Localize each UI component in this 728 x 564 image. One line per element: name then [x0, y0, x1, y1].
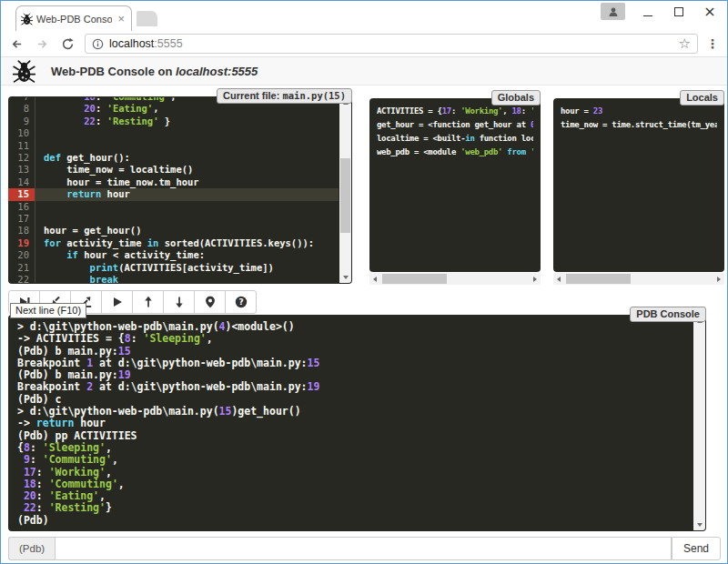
maximize-icon	[674, 7, 683, 16]
line-number[interactable]: 11	[8, 140, 35, 152]
line-number[interactable]: 22	[8, 274, 35, 283]
line-number[interactable]: 17	[8, 213, 35, 225]
locals-scrollbar-thumb[interactable]	[566, 274, 631, 284]
url-box[interactable]: localhost:5555 ☆	[85, 34, 698, 54]
globals-horizontal-scrollbar[interactable]	[369, 273, 541, 285]
scroll-right-arrow-icon[interactable]	[530, 273, 541, 285]
line-number[interactable]: 20	[8, 249, 35, 261]
line-number[interactable]: 16	[8, 201, 35, 213]
console-line: > d:\git\python-web-pdb\main.py(15)get_h…	[17, 406, 683, 418]
current-file-panel: Current file: main.py(15) 7 18: 'Commuti…	[8, 96, 352, 284]
line-number[interactable]: 14	[8, 176, 35, 188]
code-line: 9 22: 'Resting' }	[8, 116, 339, 127]
tab-title: Web-PDB Console on lo	[36, 14, 112, 25]
code-line: 10	[8, 127, 339, 139]
stack-down-button[interactable]	[163, 290, 195, 314]
console-line: 9: 'Commuting',	[17, 454, 683, 466]
globals-variable: ACTIVITIES = {17: 'Working', 18: '	[377, 105, 533, 118]
scroll-down-arrow-icon[interactable]	[339, 272, 351, 283]
globals-variable: localtime = <built-in function loca	[377, 132, 533, 146]
refresh-button[interactable]	[57, 35, 77, 53]
console-line: (Pdb) b main.py:19	[17, 369, 683, 381]
help-icon: ?	[235, 296, 248, 308]
help-button[interactable]: ?	[225, 290, 257, 314]
page-title-prefix: Web-PDB Console on	[51, 65, 176, 78]
url-host: localhost	[109, 37, 154, 50]
command-input[interactable]	[55, 537, 672, 560]
line-number[interactable]: 21	[8, 262, 35, 274]
bookmark-star-icon[interactable]: ☆	[679, 37, 691, 51]
page-info-icon[interactable]	[92, 38, 104, 50]
code-editor: 7 18: 'Commuting',8 20: 'Eating',9 22: '…	[8, 97, 339, 283]
code-line: 15 return hour	[8, 188, 339, 200]
continue-button[interactable]	[101, 290, 133, 314]
console-line: 17: 'Working',	[17, 467, 683, 478]
window-maximize-button[interactable]	[669, 3, 689, 21]
code-line: 20 if hour < activity_time:	[8, 249, 339, 261]
tab-close-icon[interactable]: ×	[116, 13, 126, 25]
line-number[interactable]: 8	[8, 103, 35, 115]
profile-button[interactable]	[601, 3, 625, 20]
stack-up-button[interactable]	[132, 290, 164, 314]
continue-icon	[111, 296, 124, 308]
close-icon: ×	[703, 5, 715, 19]
line-number[interactable]: 19	[8, 237, 35, 249]
stack-down-icon	[173, 296, 186, 308]
svg-text:?: ?	[238, 297, 243, 307]
window-close-button[interactable]: ×	[700, 3, 720, 21]
browser-address-bar: localhost:5555 ☆ ⋮	[1, 31, 727, 57]
console-line: 22: 'Resting'}	[17, 502, 683, 514]
forward-button[interactable]	[32, 35, 52, 53]
back-button[interactable]	[6, 35, 26, 53]
code-vertical-scrollbar[interactable]	[339, 97, 351, 283]
browser-titlebar: Web-PDB Console on lo × ×	[1, 1, 727, 31]
code-line: 14 hour = time_now.tm_hour	[8, 176, 339, 188]
scroll-down-arrow-icon[interactable]	[693, 519, 705, 530]
console-line: 20: 'Eating',	[17, 490, 683, 502]
code-scrollbar-thumb[interactable]	[340, 158, 350, 233]
window-minimize-button[interactable]	[638, 3, 658, 21]
line-number[interactable]: 10	[8, 127, 35, 139]
code-line: 13 time_now = localtime()	[8, 164, 339, 176]
console-line: 18: 'Commuting',	[17, 478, 683, 490]
locals-panel: Locals hour = 23time_now = time.struct_t…	[553, 98, 724, 272]
tooltip: Next line (F10)	[10, 303, 86, 318]
code-viewport[interactable]: 7 18: 'Commuting',8 20: 'Eating',9 22: '…	[8, 97, 339, 283]
console-line: (Pdb) c	[17, 394, 683, 406]
person-icon	[608, 6, 619, 17]
globals-variable: web_pdb = <module 'web_pdb' from '	[377, 146, 533, 159]
code-line: 18hour = get_hour()	[8, 225, 339, 237]
locals-variable: time_now = time.struct_time(tm_yea	[561, 118, 717, 132]
line-number[interactable]: 9	[8, 116, 35, 127]
code-line: 21 print(ACTIVITIES[activity_time])	[8, 262, 339, 274]
code-line: 17	[8, 213, 339, 225]
where-button[interactable]	[194, 290, 226, 314]
console-viewport[interactable]: > d:\git\python-web-pdb\main.py(4)<modul…	[8, 316, 693, 530]
new-tab-button[interactable]	[136, 11, 157, 26]
scroll-left-arrow-icon[interactable]	[369, 273, 380, 285]
code-line: 12def get_hour():	[8, 152, 339, 164]
line-number[interactable]: 18	[8, 225, 35, 237]
browser-menu-icon[interactable]: ⋮	[703, 36, 722, 51]
scroll-left-arrow-icon[interactable]	[553, 273, 564, 285]
scroll-right-arrow-icon[interactable]	[713, 273, 724, 285]
command-input-row: (Pdb) Send	[8, 537, 721, 560]
console-line: (Pdb)	[17, 515, 683, 527]
minimize-icon	[643, 15, 652, 16]
globals-scrollbar-thumb[interactable]	[382, 274, 447, 284]
locals-horizontal-scrollbar[interactable]	[553, 273, 724, 285]
globals-list[interactable]: ACTIVITIES = {17: 'Working', 18: 'get_ho…	[369, 98, 541, 166]
line-number[interactable]: 13	[8, 164, 35, 176]
console-vertical-scrollbar[interactable]	[693, 316, 705, 530]
pdb-console-label: PDB Console	[630, 307, 706, 322]
locals-variable: hour = 23	[561, 105, 717, 118]
send-button[interactable]: Send	[672, 537, 721, 560]
browser-tab[interactable]: Web-PDB Console on lo ×	[15, 5, 132, 31]
bug-favicon-icon	[21, 13, 33, 25]
page-title: Web-PDB Console on localhost:5555	[51, 65, 258, 78]
code-line: 8 20: 'Eating',	[8, 103, 339, 115]
line-number[interactable]: 15	[8, 188, 35, 200]
line-number[interactable]: 12	[8, 152, 35, 164]
console-line: Breakpoint 1 at d:\git\python-web-pdb\ma…	[17, 358, 683, 369]
code-line: 16	[8, 201, 339, 213]
